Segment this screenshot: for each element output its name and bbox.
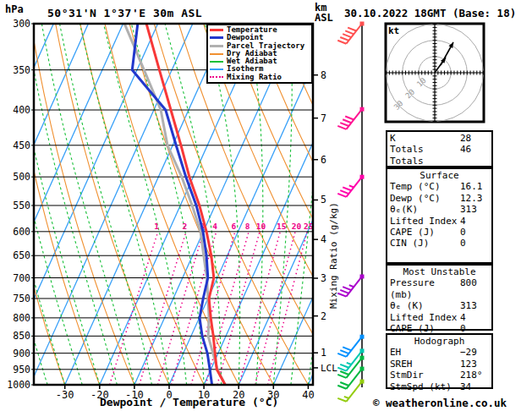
pressure-tick-label: 1000 bbox=[7, 379, 30, 391]
wind-barb-half-feather bbox=[349, 185, 354, 187]
mixing-ratio-value-label: 1 bbox=[154, 222, 159, 231]
mixing-ratio-line bbox=[239, 232, 281, 385]
stat-label: Dewp (°C) bbox=[390, 193, 441, 204]
dry-adiabat-line bbox=[0, 24, 65, 385]
mixing-ratio-value-label: 20 bbox=[292, 222, 302, 231]
wind-barb-feather bbox=[345, 117, 354, 120]
pressure-tick-label: 900 bbox=[13, 348, 30, 359]
stat-value: 16.1 bbox=[460, 181, 489, 192]
stat-value: −29 bbox=[460, 347, 489, 358]
km-tick-label: 2 bbox=[321, 310, 326, 322]
pressure-tick-label: 800 bbox=[13, 312, 30, 324]
wind-barb bbox=[337, 107, 364, 129]
km-tick-label: 5 bbox=[321, 194, 326, 206]
mixing-ratio-value-label: 8 bbox=[245, 222, 250, 231]
stat-value: 313 bbox=[460, 300, 489, 311]
most-unstable-panel: Most Unstable Pressure (mb)800 θₑ (K)313… bbox=[386, 264, 493, 331]
stat-label: CAPE (J) bbox=[390, 227, 435, 238]
km-tick-label: 8 bbox=[321, 69, 326, 81]
stat-value: 123 bbox=[460, 359, 489, 370]
surface-row-dewp: Dewp (°C)12.3 bbox=[390, 193, 489, 204]
wet-adiabat-line bbox=[39, 24, 134, 385]
wind-barb-feather bbox=[340, 123, 348, 126]
stat-label: Lifted Index bbox=[390, 312, 457, 323]
pressure-tick-label: 450 bbox=[13, 140, 30, 151]
wind-barb-feather bbox=[337, 375, 346, 378]
wind-barb bbox=[337, 274, 364, 296]
stability-indices-panel: K28 Totals Totals46 PW (cm)2.67 bbox=[386, 130, 493, 167]
wind-barb-feather bbox=[343, 187, 351, 190]
credit-footer: © weatheronline.co.uk bbox=[373, 397, 507, 409]
pressure-tick-label: 850 bbox=[13, 330, 30, 342]
stat-value: 34 bbox=[460, 381, 489, 392]
wind-barb-half-feather bbox=[349, 285, 354, 287]
surface-panel: Surface Temp (°C)16.1 Dewp (°C)12.3 θₑ(K… bbox=[386, 167, 493, 264]
mixing-ratio-value-label: 4 bbox=[212, 222, 217, 231]
legend-item-mixing-ratio: Mixing Ratio bbox=[210, 74, 310, 81]
stat-label: Pressure (mb) bbox=[390, 277, 460, 300]
stat-value: 12.3 bbox=[460, 193, 489, 204]
stat-value: 800 bbox=[460, 277, 489, 300]
hodo-row-stmspd: StmSpd (kt)34 bbox=[390, 381, 489, 392]
wind-barb-feather bbox=[340, 290, 348, 293]
wind-barb bbox=[337, 22, 364, 44]
wet-adiabat-line-swatch bbox=[210, 61, 223, 63]
pressure-unit-label: hPa bbox=[5, 3, 24, 15]
wind-barb-feather bbox=[337, 368, 346, 371]
wet-adiabat-line bbox=[23, 24, 118, 385]
wind-barb-feather bbox=[337, 41, 346, 44]
hodo-row-stmdir: StmDir218° bbox=[390, 370, 489, 381]
pressure-tick-label: 400 bbox=[13, 104, 30, 116]
wind-barb-feather bbox=[343, 287, 351, 290]
temperature-line-swatch bbox=[210, 29, 223, 31]
wind-barb-feather bbox=[337, 398, 346, 402]
stat-value: 28 bbox=[460, 133, 489, 144]
legend-label: Mixing Ratio bbox=[227, 74, 282, 81]
datetime-title: 30.10.2022 18GMT (Base: 18) bbox=[344, 7, 516, 19]
stat-label: θₑ (K) bbox=[390, 300, 424, 311]
mixing-ratio-value-label: 10 bbox=[256, 222, 266, 231]
dry-adiabat-line-swatch bbox=[210, 53, 223, 55]
pressure-tick-label: 650 bbox=[13, 249, 30, 261]
pressure-tick-label: 500 bbox=[13, 171, 30, 183]
x-axis-title: Dewpoint / Temperature (°C) bbox=[100, 396, 278, 408]
wind-barb-feather bbox=[337, 194, 346, 197]
mixing-ratio-value-label: 2 bbox=[183, 222, 188, 231]
wind-barb-feather bbox=[340, 350, 348, 353]
km-tick-label: 1 bbox=[321, 347, 326, 359]
stat-label: SREH bbox=[390, 359, 413, 370]
stat-label: Lifted Index bbox=[390, 216, 457, 227]
skewt-sounding-page: 1234681015202530035040045050055060065070… bbox=[0, 0, 532, 411]
km-tick-label: 3 bbox=[321, 272, 326, 284]
mixing-ratio-value-label: 15 bbox=[277, 222, 287, 231]
stat-label: θₑ(K) bbox=[390, 204, 418, 215]
stat-label: Temp (°C) bbox=[390, 181, 441, 192]
surface-row-thetae: θₑ(K)313 bbox=[390, 204, 489, 215]
wind-barb-half-feather bbox=[344, 397, 349, 398]
pressure-tick-label: 350 bbox=[13, 64, 30, 76]
km-tick-label: 6 bbox=[321, 154, 326, 166]
hodograph-unit-label: kt bbox=[388, 25, 399, 36]
mixing-ratio-axis-title: Mixing Ratio (g/kg) bbox=[328, 202, 339, 309]
wind-barb-feather bbox=[343, 119, 351, 123]
stat-value: 4 bbox=[460, 216, 489, 227]
wind-barb-feather bbox=[337, 386, 346, 389]
surface-row-cin: CIN (J)0 bbox=[390, 238, 489, 249]
mixing-ratio-line-swatch bbox=[210, 76, 223, 78]
isotherm-line bbox=[30, 24, 193, 385]
mu-row-thetae: θₑ (K)313 bbox=[390, 300, 489, 311]
hodograph-stats-title: Hodograph bbox=[390, 336, 489, 347]
pressure-tick-label: 550 bbox=[13, 200, 30, 211]
station-title: 50°31'N 1°37'E 30m ASL bbox=[47, 7, 202, 19]
pressure-tick-label: 750 bbox=[13, 293, 30, 304]
surface-row-temp: Temp (°C)16.1 bbox=[390, 181, 489, 192]
wind-barb-feather bbox=[340, 190, 348, 194]
pressure-tick-label: 700 bbox=[13, 272, 30, 284]
hodo-row-sreh: SREH123 bbox=[390, 359, 489, 370]
stat-value: 0 bbox=[460, 227, 489, 238]
surface-panel-title: Surface bbox=[390, 170, 489, 181]
hodo-row-eh: EH−29 bbox=[390, 347, 489, 358]
km-tick-label: 4 bbox=[321, 233, 326, 245]
wind-barb-feather bbox=[337, 126, 346, 129]
chart-legend: Temperature Dewpoint Parcel Trajectory D… bbox=[206, 24, 313, 84]
